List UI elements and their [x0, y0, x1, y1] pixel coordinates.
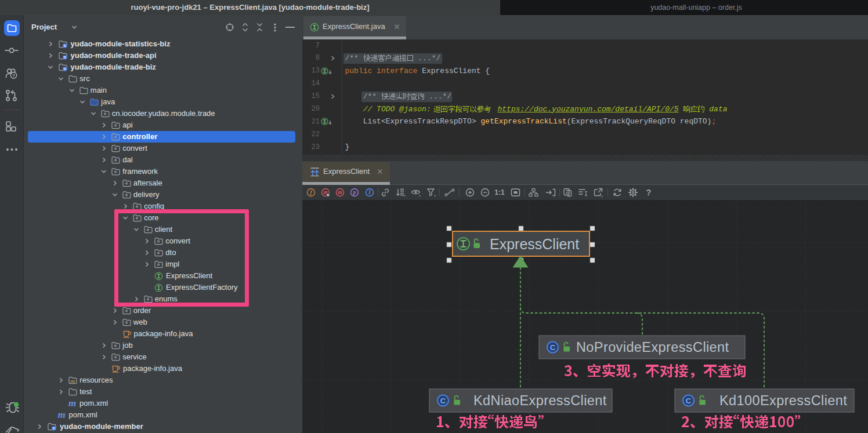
svg-text:Kd100ExpressClient: Kd100ExpressClient — [719, 393, 847, 408]
svg-text:f: f — [310, 190, 312, 195]
svg-text:ExpressClient: ExpressClient — [490, 236, 579, 252]
svg-text:KdNiaoExpressClient: KdNiaoExpressClient — [473, 393, 607, 408]
svg-text:m: m — [338, 190, 342, 195]
svg-text:I: I — [368, 190, 371, 195]
svg-text:p: p — [353, 190, 356, 195]
svg-text:NoProvideExpressClient: NoProvideExpressClient — [576, 340, 729, 355]
svg-text:C: C — [550, 343, 556, 352]
svg-text:C: C — [440, 396, 446, 405]
svg-text:C: C — [686, 396, 692, 405]
svg-text:?: ? — [12, 73, 15, 78]
